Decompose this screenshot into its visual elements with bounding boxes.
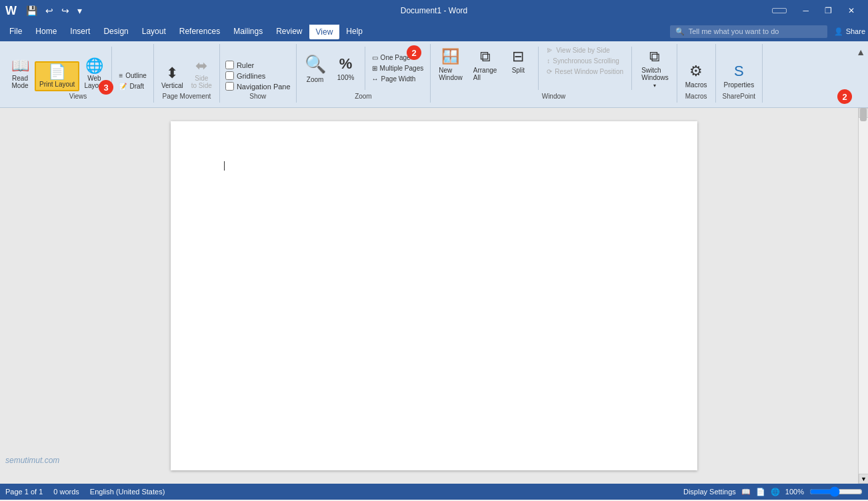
document-page[interactable]: [171, 121, 697, 470]
one-page-icon: ▭: [372, 54, 378, 61]
outline-button[interactable]: ≡ Outline: [116, 71, 149, 81]
switch-windows-button[interactable]: ⧉ SwitchWindows ▾: [637, 45, 673, 91]
draft-button[interactable]: 📝 Draft: [116, 81, 149, 91]
100percent-button[interactable]: % 100%: [331, 53, 361, 84]
ribbon-collapse-icon[interactable]: ▲: [856, 47, 865, 57]
vertical-icon: ⬍: [166, 66, 178, 81]
print-layout-label: Print Layout: [39, 81, 75, 88]
zoom-group-title: Zoom: [355, 93, 372, 100]
word-logo-icon: W: [5, 4, 17, 18]
gridlines-checkbox[interactable]: [225, 71, 234, 80]
redo-button[interactable]: ↪: [59, 4, 72, 17]
view-side-by-side-button[interactable]: ⫸ View Side by Side: [544, 45, 626, 55]
ribbon-collapse[interactable]: ▲: [856, 44, 865, 57]
signin-button[interactable]: [772, 8, 787, 13]
page-movement-items: ⬍ Vertical ⬌ Sideto Side: [158, 45, 215, 91]
navigation-pane-checkbox[interactable]: [225, 82, 234, 91]
ruler-label: Ruler: [237, 61, 254, 69]
search-input[interactable]: [689, 27, 822, 35]
menu-design[interactable]: Design: [97, 24, 135, 39]
vertical-label: Vertical: [161, 82, 183, 89]
ribbon-group-page-movement: ⬍ Vertical ⬌ Sideto Side Page Movement: [154, 44, 220, 103]
menu-view[interactable]: View: [309, 23, 340, 39]
views-items: 📖 ReadMode 📄 Print Layout 🌐 WebLayout ≡ …: [7, 45, 149, 91]
scroll-thumb[interactable]: [860, 108, 867, 121]
page-width-button[interactable]: ↔ Page Width: [369, 74, 427, 84]
scroll-down-button[interactable]: ▼: [859, 474, 868, 484]
multiple-pages-button[interactable]: ⊞ Multiple Pages: [369, 63, 427, 73]
side-to-side-button[interactable]: ⬌ Sideto Side: [188, 57, 215, 91]
menu-file[interactable]: File: [3, 24, 29, 39]
ruler-checkbox-item[interactable]: Ruler: [224, 60, 292, 70]
customize-quick-access-button[interactable]: ▾: [75, 4, 85, 17]
arrange-all-button[interactable]: ⧉ ArrangeAll: [469, 45, 501, 84]
language: English (United States): [90, 488, 165, 496]
menu-layout[interactable]: Layout: [135, 24, 173, 39]
100percent-icon: %: [339, 55, 353, 73]
split-button[interactable]: ⊟ Split: [503, 45, 533, 77]
switch-windows-dropdown-icon: ▾: [653, 83, 656, 89]
scroll-container: semutimut.com ▲ ▼: [0, 108, 868, 484]
menu-home[interactable]: Home: [29, 24, 63, 39]
close-button[interactable]: ✕: [840, 3, 863, 18]
reset-window-position-button[interactable]: ⟳ Reset Window Position: [544, 67, 626, 77]
print-layout-button[interactable]: 📄 Print Layout: [35, 61, 79, 91]
navigation-pane-checkbox-item[interactable]: Navigation Pane: [224, 81, 292, 91]
100percent-label: 100%: [337, 74, 355, 81]
status-left: Page 1 of 1 0 words English (United Stat…: [5, 488, 165, 496]
minimize-button[interactable]: ─: [795, 3, 817, 18]
view-mode-read-icon[interactable]: 📖: [741, 488, 751, 496]
split-icon: ⊟: [512, 48, 524, 65]
zoom-slider[interactable]: [809, 486, 863, 497]
vertical-button[interactable]: ⬍ Vertical: [158, 64, 187, 91]
ribbon-group-window: 🪟 NewWindow ⧉ ArrangeAll ⊟ Split ⫸ View …: [431, 44, 677, 103]
new-window-button[interactable]: 🪟 NewWindow: [435, 45, 467, 84]
split-label: Split: [512, 67, 525, 74]
zoom-button[interactable]: 🔍 Zoom: [301, 51, 330, 86]
synchronous-scrolling-icon: ↕: [547, 57, 550, 65]
properties-button[interactable]: S Properties: [720, 60, 759, 91]
document-title: Document1 - Word: [401, 6, 467, 15]
view-mode-web-icon[interactable]: 🌐: [771, 488, 780, 496]
menu-references[interactable]: References: [173, 24, 227, 39]
synchronous-scrolling-button[interactable]: ↕ Synchronous Scrolling: [544, 56, 626, 66]
status-bar: Page 1 of 1 0 words English (United Stat…: [0, 484, 868, 500]
document-area: semutimut.com: [0, 108, 868, 484]
zoom-level: 100%: [785, 488, 804, 496]
window-divider: [538, 47, 539, 90]
menu-mailings[interactable]: Mailings: [227, 24, 269, 39]
menu-insert[interactable]: Insert: [63, 24, 97, 39]
annotation-badge-3: 3: [99, 80, 113, 95]
save-button[interactable]: 💾: [23, 4, 40, 17]
outline-label: Outline: [125, 72, 147, 79]
share-button[interactable]: 👤 Share: [834, 27, 865, 36]
show-items: Ruler Gridlines Navigation Pane: [224, 45, 292, 91]
one-page-label: One Page: [381, 54, 411, 61]
macros-button[interactable]: ⚙ Macros: [681, 60, 711, 91]
page-width-label: Page Width: [381, 75, 416, 83]
arrange-all-label: ArrangeAll: [473, 67, 497, 81]
print-layout-icon: 📄: [48, 65, 66, 79]
zoom-label: Zoom: [307, 76, 324, 83]
arrange-all-icon: ⧉: [480, 48, 491, 65]
multiple-pages-label: Multiple Pages: [380, 65, 424, 72]
ribbon: 📖 ReadMode 📄 Print Layout 🌐 WebLayout ≡ …: [0, 41, 868, 108]
display-settings[interactable]: Display Settings: [683, 488, 736, 496]
menu-review[interactable]: Review: [269, 24, 309, 39]
outline-draft-col: ≡ Outline 📝 Draft: [116, 71, 149, 91]
ruler-checkbox[interactable]: [225, 61, 234, 69]
window-group-title: Window: [542, 93, 566, 100]
read-mode-button[interactable]: 📖 ReadMode: [7, 57, 33, 91]
menu-help[interactable]: Help: [339, 24, 369, 39]
watermark: semutimut.com: [5, 456, 59, 465]
outline-icon: ≡: [119, 72, 123, 79]
status-right: Display Settings 📖 📄 🌐 100%: [683, 486, 863, 497]
search-box[interactable]: 🔍: [670, 25, 827, 38]
vertical-scrollbar[interactable]: ▲ ▼: [858, 108, 868, 484]
views-group-title: Views: [69, 93, 87, 100]
restore-button[interactable]: ❐: [817, 3, 840, 18]
undo-button[interactable]: ↩: [43, 4, 56, 17]
view-mode-print-icon[interactable]: 📄: [756, 488, 765, 496]
gridlines-checkbox-item[interactable]: Gridlines: [224, 71, 292, 81]
zoom-icon: 🔍: [305, 54, 326, 75]
